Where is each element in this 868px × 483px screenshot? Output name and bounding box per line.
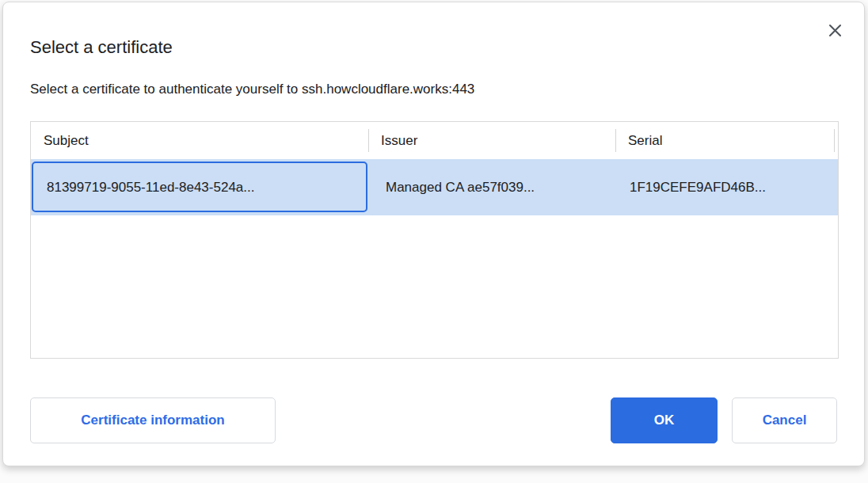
subject-cell: 81399719-9055-11ed-8e43-524a... xyxy=(31,159,368,215)
ok-button[interactable]: OK xyxy=(611,397,718,443)
certificate-table: Subject Issuer Serial 81399719-9055-11ed… xyxy=(30,121,839,359)
column-divider xyxy=(615,129,616,152)
serial-cell: 1F19CEFE9AFD46B... xyxy=(615,159,838,215)
column-divider xyxy=(368,129,369,152)
select-certificate-dialog: Select a certificate Select a certificat… xyxy=(2,2,865,466)
certificate-row-selected[interactable]: 81399719-9055-11ed-8e43-524a... Managed … xyxy=(31,159,838,215)
issuer-cell: Managed CA ae57f039... xyxy=(368,159,615,215)
column-header-issuer: Issuer xyxy=(368,122,615,159)
column-divider xyxy=(834,129,835,152)
cancel-button[interactable]: Cancel xyxy=(732,397,837,443)
column-header-serial: Serial xyxy=(615,122,838,159)
confirm-button-group: OK Cancel xyxy=(611,397,837,443)
page-title: Select a certificate xyxy=(30,36,837,59)
table-header-row: Subject Issuer Serial xyxy=(31,122,838,159)
dialog-button-bar: Certificate information OK Cancel xyxy=(3,397,864,443)
close-icon xyxy=(828,24,842,37)
column-header-subject: Subject xyxy=(31,122,368,159)
dialog-subtitle: Select a certificate to authenticate you… xyxy=(30,80,837,99)
close-button[interactable] xyxy=(826,21,843,39)
certificate-information-button[interactable]: Certificate information xyxy=(30,397,276,443)
